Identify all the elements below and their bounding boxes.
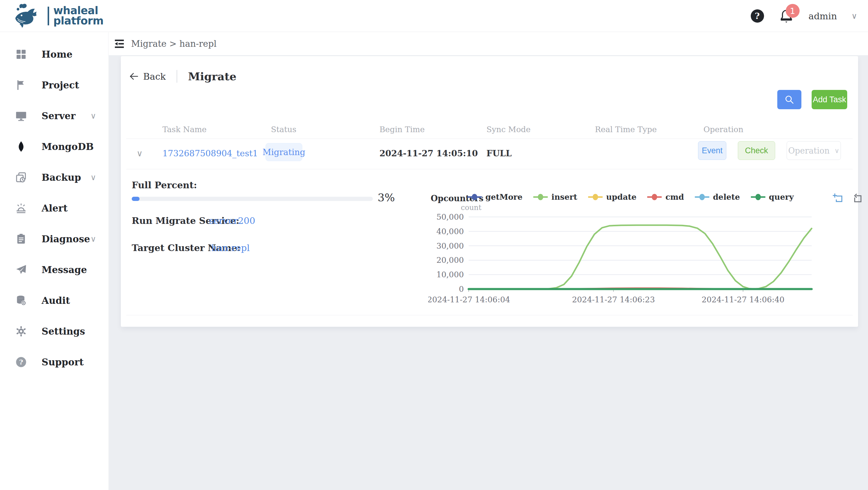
monitor-icon xyxy=(15,110,27,122)
legend-marker-icon xyxy=(587,194,603,201)
chevron-down-icon[interactable]: ∨ xyxy=(851,11,857,21)
magnifier-icon xyxy=(783,93,795,106)
clipboard-icon xyxy=(15,233,27,245)
page-title: Migrate xyxy=(188,70,237,83)
legend-label: delete xyxy=(713,193,740,202)
paper-plane-icon xyxy=(15,264,27,276)
flag-icon xyxy=(15,79,27,91)
sidebar-item-label: Settings xyxy=(41,326,85,337)
add-task-button[interactable]: Add Task xyxy=(812,90,847,109)
sidebar-item-label: Project xyxy=(41,80,79,90)
event-button[interactable]: Event xyxy=(698,141,726,160)
alarm-icon xyxy=(15,202,27,214)
back-button[interactable]: Back xyxy=(129,71,166,82)
sidebar-item-server[interactable]: Server∨ xyxy=(0,100,108,131)
legend-marker-icon xyxy=(647,194,662,201)
notification-bell[interactable]: 1 xyxy=(778,7,794,24)
backup-clock-icon xyxy=(15,171,27,183)
chevron-down-icon: ∨ xyxy=(835,147,839,154)
legend-item-query[interactable]: query xyxy=(750,193,794,202)
legend-marker-icon xyxy=(533,194,549,201)
mongodb-leaf-icon xyxy=(15,141,27,153)
legend-label: insert xyxy=(552,193,578,202)
svg-text:2024-11-27 14:06:40: 2024-11-27 14:06:40 xyxy=(702,295,784,304)
search-button[interactable] xyxy=(777,90,801,109)
sidebar-item-support[interactable]: ?Support xyxy=(0,347,108,377)
legend-item-getMore[interactable]: getMore xyxy=(467,193,522,202)
sidebar-item-backup[interactable]: Backup∨ xyxy=(0,162,108,193)
check-button[interactable]: Check xyxy=(738,141,775,160)
table-row: ∨ 1732687508904_test1 Migrating 2024-11-… xyxy=(126,139,852,169)
row-expand-icon[interactable]: ∨ xyxy=(136,148,143,158)
legend-marker-icon xyxy=(750,194,766,201)
home-grid-icon xyxy=(15,48,27,60)
chart-toolbox xyxy=(832,193,864,205)
sidebar-item-settings[interactable]: Settings xyxy=(0,316,108,347)
back-label: Back xyxy=(143,71,166,82)
menu-fold-icon[interactable] xyxy=(113,37,126,50)
database-eye-icon xyxy=(15,294,27,307)
operation-dropdown[interactable]: Operation ∨ xyxy=(786,141,841,160)
sidebar-item-mongodb[interactable]: MongoDB xyxy=(0,131,108,162)
legend-item-update[interactable]: update xyxy=(587,193,637,202)
svg-text:0: 0 xyxy=(459,285,464,294)
legend-item-insert[interactable]: insert xyxy=(533,193,578,202)
column-header-operation: Operation xyxy=(704,125,743,134)
task-name-link[interactable]: 1732687508904_test1 xyxy=(162,148,258,158)
sidebar: HomeProjectServer∨MongoDBBackup∨AlertDia… xyxy=(0,32,108,490)
sidebar-item-home[interactable]: Home xyxy=(0,39,108,70)
sidebar-item-label: MongoDB xyxy=(41,141,94,152)
arrow-left-icon xyxy=(129,71,139,82)
restore-icon[interactable] xyxy=(851,193,864,205)
user-menu[interactable]: admin xyxy=(809,11,837,22)
top-header: whaleal platform ? 1 admin ∨ xyxy=(0,0,868,32)
card-bottom-divider xyxy=(126,315,852,315)
help-icon[interactable]: ? xyxy=(751,9,764,23)
sidebar-item-message[interactable]: Message xyxy=(0,254,108,285)
progress-bar-fill xyxy=(132,197,140,201)
chevron-down-icon: ∨ xyxy=(90,173,96,182)
title-divider xyxy=(177,70,177,83)
chevron-down-icon: ∨ xyxy=(90,111,96,120)
column-header-sync-mode: Sync Mode xyxy=(487,125,530,134)
breadcrumb: Migrate > han-repl xyxy=(131,39,217,49)
sidebar-item-project[interactable]: Project xyxy=(0,70,108,100)
run-migrate-service-link[interactable]: server200 xyxy=(209,215,255,226)
begin-time-value: 2024-11-27 14:05:10 xyxy=(379,148,478,158)
sidebar-item-audit[interactable]: Audit xyxy=(0,285,108,316)
target-cluster-link[interactable]: han-repl xyxy=(211,242,250,253)
legend-label: cmd xyxy=(665,193,684,202)
data-zoom-icon[interactable] xyxy=(832,193,844,205)
legend-label: update xyxy=(606,193,637,202)
legend-item-cmd[interactable]: cmd xyxy=(647,193,684,202)
svg-text:20,000: 20,000 xyxy=(436,256,464,265)
sidebar-item-label: Audit xyxy=(41,295,70,306)
operation-dropdown-label: Operation xyxy=(788,146,830,155)
progress-bar xyxy=(132,197,373,201)
svg-text:30,000: 30,000 xyxy=(436,241,464,251)
legend-item-delete[interactable]: delete xyxy=(694,193,740,202)
legend-label: query xyxy=(769,193,794,202)
legend-marker-icon xyxy=(694,194,710,201)
series-line-insert xyxy=(469,225,812,289)
gear-icon xyxy=(15,325,27,337)
sidebar-item-label: Backup xyxy=(41,172,81,183)
column-header-real-time-type: Real Time Type xyxy=(595,125,657,134)
sync-mode-value: FULL xyxy=(487,148,512,158)
sidebar-item-alert[interactable]: Alert xyxy=(0,193,108,224)
full-percent-label: Full Percent: xyxy=(132,180,197,191)
notification-badge: 1 xyxy=(786,4,800,18)
chevron-down-icon: ∨ xyxy=(90,234,96,243)
sidebar-item-label: Support xyxy=(41,357,84,368)
svg-text:50,000: 50,000 xyxy=(436,212,464,222)
percent-value: 3% xyxy=(378,191,395,204)
sidebar-item-diagnose[interactable]: Diagnose∨ xyxy=(0,224,108,254)
svg-text:?: ? xyxy=(19,358,23,366)
chart-legend: getMoreinsertupdatecmddeletequery xyxy=(467,193,794,202)
question-circle-icon: ? xyxy=(15,356,27,368)
svg-text:2024-11-27 14:06:23: 2024-11-27 14:06:23 xyxy=(572,295,655,304)
legend-marker-icon xyxy=(467,194,482,201)
sidebar-item-label: Alert xyxy=(41,203,67,213)
sidebar-item-label: Message xyxy=(41,264,87,275)
legend-label: getMore xyxy=(485,193,522,202)
